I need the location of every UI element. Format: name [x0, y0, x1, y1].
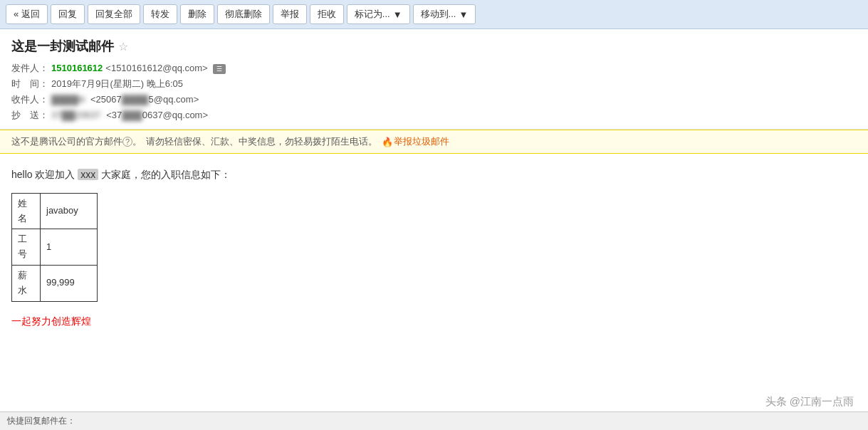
value-name: javaboy	[41, 193, 98, 229]
move-button[interactable]: 移动到... ▼	[413, 4, 476, 24]
email-header: 这是一封测试邮件 ☆ 发件人： 1510161612 <1510161612@q…	[0, 29, 868, 130]
subject-row: 这是一封测试邮件 ☆	[11, 38, 857, 55]
label-salary: 薪水	[12, 265, 41, 301]
sender-label: 发件人：	[11, 61, 48, 76]
move-label: 移动到...	[421, 8, 456, 21]
to-label: 收件人：	[11, 92, 48, 108]
greeting-text: hello 欢迎加入	[11, 169, 75, 180]
bottom-bar-text: 快捷回复邮件在：	[7, 415, 75, 427]
greeting-line: hello 欢迎加入 xxx 大家庭，您的入职信息如下：	[11, 167, 857, 182]
cc-label: 抄 送：	[11, 108, 48, 123]
report-button[interactable]: 举报	[273, 4, 307, 24]
cc-email: <37▓▓▓0637@qq.com>	[104, 108, 208, 123]
email-meta: 发件人： 1510161612 <1510161612@qq.com> ☰ 时 …	[11, 61, 857, 123]
question-mark-icon[interactable]: ?	[122, 137, 132, 147]
report-spam-label: 举报垃圾邮件	[394, 135, 449, 148]
address-book-icon[interactable]: ☰	[213, 64, 226, 74]
email-subject: 这是一封测试邮件	[11, 38, 114, 55]
table-row: 薪水 99,999	[12, 265, 98, 301]
fire-icon: 🔥	[382, 137, 392, 147]
reject-button[interactable]: 拒收	[310, 4, 344, 24]
cc-name-blurred: 37▓▓20637	[51, 108, 101, 123]
info-table: 姓名 javaboy 工号 1 薪水 99,999	[11, 193, 98, 302]
table-row: 姓名 javaboy	[12, 193, 98, 229]
sender-name: 1510161612	[51, 61, 103, 76]
warning-main-text: 这不是腾讯公司的官方邮件?。	[11, 135, 142, 148]
sender-row: 发件人： 1510161612 <1510161612@qq.com> ☰	[11, 61, 857, 76]
star-icon[interactable]: ☆	[118, 40, 128, 53]
sender-email: <1510161612@qq.com>	[105, 61, 207, 76]
time-label: 时 间：	[11, 76, 48, 92]
reply-button[interactable]: 回复	[51, 4, 85, 24]
to-name-blurred: ▓▓▓▓iti	[51, 92, 85, 108]
warning-text: 这不是腾讯公司的官方邮件	[11, 136, 122, 147]
to-row: 收件人： ▓▓▓▓iti <25067▓▓▓▓5@qq.com>	[11, 92, 857, 108]
report-spam-link[interactable]: 🔥 举报垃圾邮件	[382, 135, 449, 148]
watermark-text: 头条 @江南一点雨	[765, 395, 854, 407]
cc-row: 抄 送： 37▓▓20637 <37▓▓▓0637@qq.com>	[11, 108, 857, 123]
value-id: 1	[41, 229, 98, 266]
move-arrow-icon: ▼	[459, 9, 468, 20]
email-body: hello 欢迎加入 xxx 大家庭，您的入职信息如下： 姓名 javaboy …	[0, 154, 868, 342]
mark-arrow-icon: ▼	[393, 9, 402, 20]
slogan[interactable]: 一起努力创造辉煌	[11, 313, 857, 329]
warning-bar: 这不是腾讯公司的官方邮件?。 请勿轻信密保、汇款、中奖信息，勿轻易拨打陌生电话。…	[0, 130, 868, 154]
label-name: 姓名	[12, 193, 41, 229]
greeting-text2: 大家庭，您的入职信息如下：	[101, 169, 231, 180]
delete-perm-button[interactable]: 彻底删除	[217, 4, 270, 24]
bottom-bar: 快捷回复邮件在：	[0, 411, 868, 430]
forward-button[interactable]: 转发	[143, 4, 177, 24]
label-id: 工号	[12, 229, 41, 266]
value-salary: 99,999	[41, 265, 98, 301]
reply-all-button[interactable]: 回复全部	[88, 4, 140, 24]
company-name: xxx	[78, 169, 98, 180]
to-email: <25067▓▓▓▓5@qq.com>	[88, 92, 199, 108]
warning-advice: 请勿轻信密保、汇款、中奖信息，勿轻易拨打陌生电话。	[146, 135, 377, 148]
delete-button[interactable]: 删除	[180, 4, 214, 24]
toolbar: « 返回 回复 回复全部 转发 删除 彻底删除 举报 拒收 标记为... ▼ 移…	[0, 0, 868, 29]
table-row: 工号 1	[12, 229, 98, 266]
footer-watermark: 头条 @江南一点雨	[765, 395, 854, 409]
mark-button[interactable]: 标记为... ▼	[347, 4, 410, 24]
time-row: 时 间： 2019年7月9日(星期二) 晚上6:05	[11, 76, 857, 92]
time-value: 2019年7月9日(星期二) 晚上6:05	[51, 76, 183, 92]
back-button[interactable]: « 返回	[6, 4, 48, 24]
mark-label: 标记为...	[355, 8, 390, 21]
